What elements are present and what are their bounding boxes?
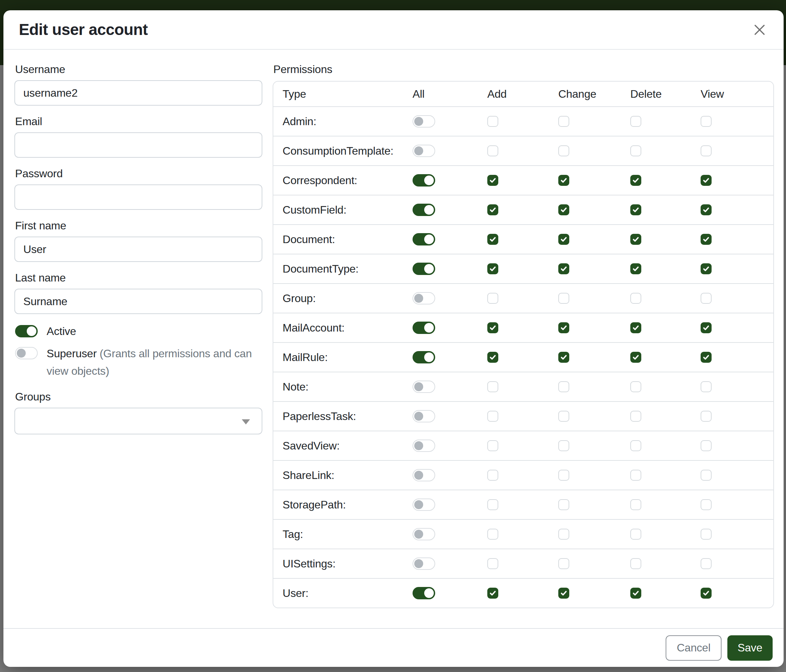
consumptiontemplate-delete-checkbox[interactable]: [630, 145, 641, 156]
user-all-toggle[interactable]: [413, 587, 435, 599]
savedview-add-checkbox[interactable]: [487, 440, 498, 451]
save-button[interactable]: Save: [727, 635, 773, 661]
group-view-checkbox[interactable]: [701, 293, 712, 304]
groups-select[interactable]: [14, 408, 263, 434]
permission-type-label: ConsumptionTemplate:: [283, 143, 413, 159]
mailrule-view-checkbox[interactable]: [701, 352, 712, 363]
sharelink-change-checkbox[interactable]: [558, 470, 569, 481]
storagepath-add-checkbox[interactable]: [487, 499, 498, 510]
consumptiontemplate-view-checkbox[interactable]: [701, 145, 712, 156]
first-name-input[interactable]: [14, 237, 263, 262]
active-toggle[interactable]: [15, 325, 38, 338]
savedview-all-toggle[interactable]: [413, 440, 435, 452]
tag-view-checkbox[interactable]: [701, 529, 712, 540]
permission-type-label: Note:: [283, 378, 413, 395]
group-add-checkbox[interactable]: [487, 293, 498, 304]
note-all-toggle[interactable]: [413, 381, 435, 393]
documenttype-add-checkbox[interactable]: [487, 263, 498, 274]
admin-view-checkbox[interactable]: [701, 116, 712, 127]
uisettings-view-checkbox[interactable]: [701, 558, 712, 569]
correspondent-add-checkbox[interactable]: [487, 175, 498, 186]
correspondent-change-checkbox[interactable]: [558, 175, 569, 186]
note-add-checkbox[interactable]: [487, 381, 498, 392]
customfield-view-checkbox[interactable]: [701, 204, 712, 215]
document-all-toggle[interactable]: [413, 233, 435, 245]
tag-add-checkbox[interactable]: [487, 529, 498, 540]
column-header-all: All: [413, 86, 487, 102]
paperlesstask-view-checkbox[interactable]: [701, 411, 712, 422]
close-button[interactable]: [749, 20, 770, 40]
username-input[interactable]: [14, 80, 263, 105]
correspondent-all-toggle[interactable]: [413, 174, 435, 187]
documenttype-all-toggle[interactable]: [413, 263, 435, 275]
customfield-change-checkbox[interactable]: [558, 204, 569, 215]
note-delete-checkbox[interactable]: [630, 381, 641, 392]
group-delete-checkbox[interactable]: [630, 293, 641, 304]
mailaccount-add-checkbox[interactable]: [487, 322, 498, 333]
superuser-toggle[interactable]: [15, 347, 38, 359]
documenttype-delete-checkbox[interactable]: [630, 263, 641, 274]
correspondent-view-checkbox[interactable]: [701, 175, 712, 186]
group-change-checkbox[interactable]: [558, 293, 569, 304]
savedview-change-checkbox[interactable]: [558, 440, 569, 451]
paperlesstask-all-toggle[interactable]: [413, 410, 435, 422]
uisettings-change-checkbox[interactable]: [558, 558, 569, 569]
document-view-checkbox[interactable]: [701, 234, 712, 245]
sharelink-all-toggle[interactable]: [413, 469, 435, 481]
consumptiontemplate-all-toggle[interactable]: [413, 145, 435, 157]
cancel-button[interactable]: Cancel: [666, 635, 721, 661]
storagepath-delete-checkbox[interactable]: [630, 499, 641, 510]
mailrule-all-toggle[interactable]: [413, 351, 435, 363]
document-change-checkbox[interactable]: [558, 234, 569, 245]
mailaccount-change-checkbox[interactable]: [558, 322, 569, 333]
consumptiontemplate-change-checkbox[interactable]: [558, 145, 569, 156]
email-input[interactable]: [14, 132, 263, 158]
sharelink-add-checkbox[interactable]: [487, 470, 498, 481]
user-view-checkbox[interactable]: [701, 588, 712, 599]
paperlesstask-change-checkbox[interactable]: [558, 411, 569, 422]
mailrule-delete-checkbox[interactable]: [630, 352, 641, 363]
admin-all-toggle[interactable]: [413, 115, 435, 127]
admin-delete-checkbox[interactable]: [630, 116, 641, 127]
storagepath-view-checkbox[interactable]: [701, 499, 712, 510]
last-name-input[interactable]: [14, 289, 263, 314]
admin-add-checkbox[interactable]: [487, 116, 498, 127]
mailaccount-all-toggle[interactable]: [413, 322, 435, 334]
tag-delete-checkbox[interactable]: [630, 529, 641, 540]
mailaccount-view-checkbox[interactable]: [701, 322, 712, 333]
uisettings-add-checkbox[interactable]: [487, 558, 498, 569]
uisettings-all-toggle[interactable]: [413, 557, 435, 570]
user-delete-checkbox[interactable]: [630, 588, 641, 599]
user-change-checkbox[interactable]: [558, 588, 569, 599]
mailrule-add-checkbox[interactable]: [487, 352, 498, 363]
document-delete-checkbox[interactable]: [630, 234, 641, 245]
storagepath-all-toggle[interactable]: [413, 499, 435, 511]
tag-all-toggle[interactable]: [413, 528, 435, 540]
group-all-toggle[interactable]: [413, 292, 435, 305]
consumptiontemplate-add-checkbox[interactable]: [487, 145, 498, 156]
documenttype-view-checkbox[interactable]: [701, 263, 712, 274]
note-change-checkbox[interactable]: [558, 381, 569, 392]
mailaccount-delete-checkbox[interactable]: [630, 322, 641, 333]
uisettings-delete-checkbox[interactable]: [630, 558, 641, 569]
check-icon: [702, 206, 710, 214]
customfield-add-checkbox[interactable]: [487, 204, 498, 215]
admin-change-checkbox[interactable]: [558, 116, 569, 127]
sharelink-view-checkbox[interactable]: [701, 470, 712, 481]
savedview-delete-checkbox[interactable]: [630, 440, 641, 451]
user-add-checkbox[interactable]: [487, 588, 498, 599]
storagepath-change-checkbox[interactable]: [558, 499, 569, 510]
document-add-checkbox[interactable]: [487, 234, 498, 245]
password-input[interactable]: [14, 184, 263, 210]
savedview-view-checkbox[interactable]: [701, 440, 712, 451]
customfield-all-toggle[interactable]: [413, 204, 435, 216]
sharelink-delete-checkbox[interactable]: [630, 470, 641, 481]
documenttype-change-checkbox[interactable]: [558, 263, 569, 274]
paperlesstask-delete-checkbox[interactable]: [630, 411, 641, 422]
paperlesstask-add-checkbox[interactable]: [487, 411, 498, 422]
tag-change-checkbox[interactable]: [558, 529, 569, 540]
correspondent-delete-checkbox[interactable]: [630, 175, 641, 186]
note-view-checkbox[interactable]: [701, 381, 712, 392]
customfield-delete-checkbox[interactable]: [630, 204, 641, 215]
mailrule-change-checkbox[interactable]: [558, 352, 569, 363]
